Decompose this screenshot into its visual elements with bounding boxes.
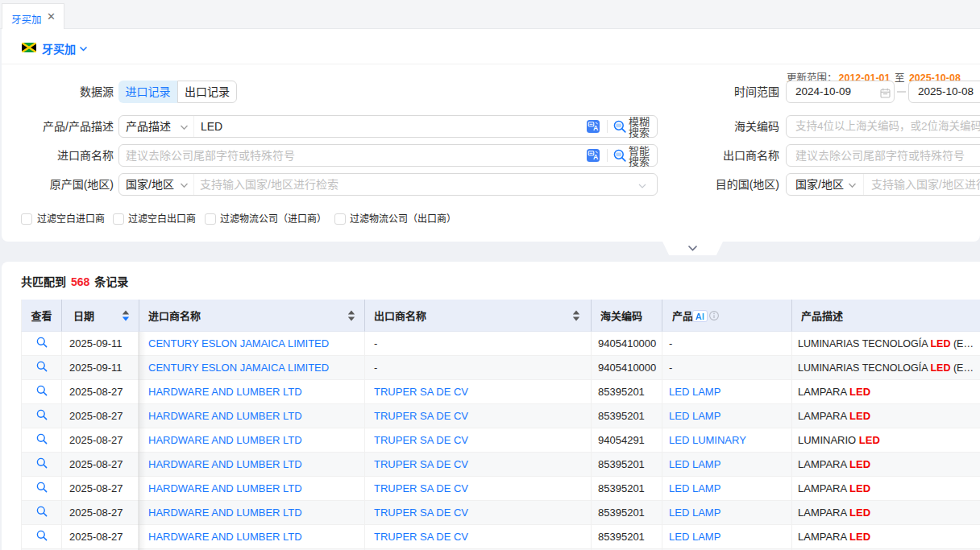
svg-text:A: A	[593, 153, 598, 161]
svg-text:A: A	[593, 124, 598, 132]
